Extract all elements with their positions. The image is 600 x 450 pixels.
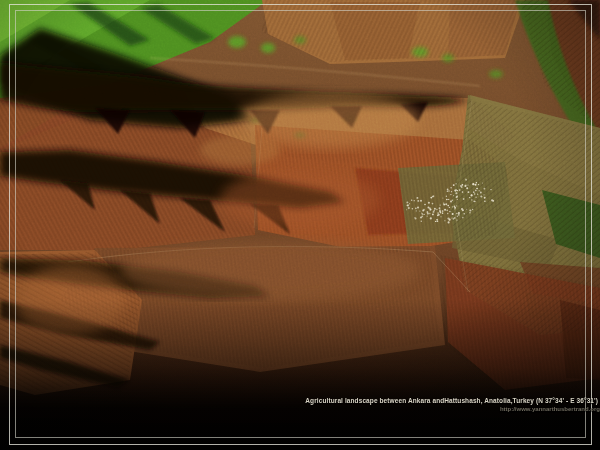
photo-caption: Agricultural landscape between Ankara an… xyxy=(305,398,598,412)
vignette xyxy=(0,0,600,450)
caption-title: Agricultural landscape between Ankara an… xyxy=(305,398,598,405)
caption-url: http://www.yannarthusbertrand.org xyxy=(305,406,600,413)
aerial-photo xyxy=(0,0,600,450)
wallpaper: Agricultural landscape between Ankara an… xyxy=(0,0,600,450)
